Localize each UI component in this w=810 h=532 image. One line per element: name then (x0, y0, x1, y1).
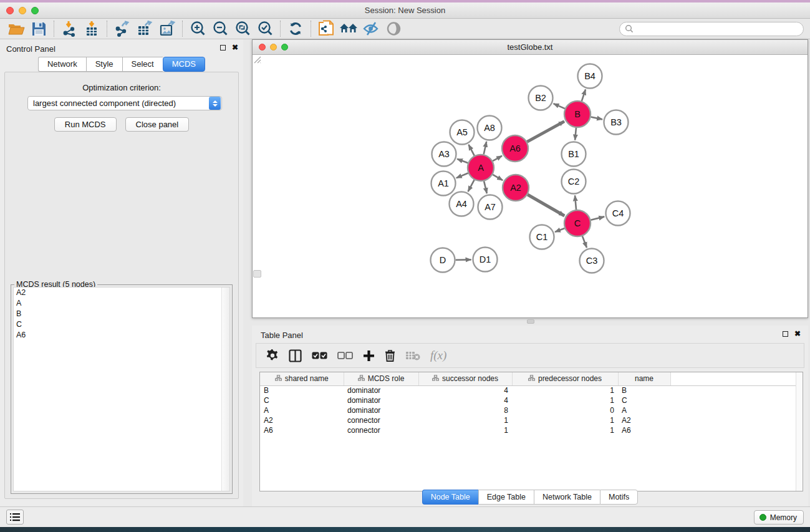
edge-A-A1[interactable] (456, 173, 468, 178)
table-row[interactable]: Cdominator41C (260, 395, 803, 405)
edge-B-B1[interactable] (575, 128, 576, 140)
edge-A-A2[interactable] (493, 175, 503, 180)
network-canvas[interactable]: AA1A2A3A4A5A6A7A8BB1B2B3B4CC1C2C3C4DD1 (253, 55, 808, 317)
tab-network-table[interactable]: Network Table (534, 490, 600, 505)
node-A6[interactable]: A6 (502, 135, 528, 162)
tab-select[interactable]: Select (122, 57, 163, 72)
edge-A6-B[interactable] (527, 122, 564, 142)
zoom-out-icon[interactable] (209, 20, 231, 37)
node-C4[interactable]: C4 (606, 201, 630, 226)
zoom-selected-icon[interactable] (254, 20, 276, 37)
node-D[interactable]: D (431, 248, 455, 273)
node-B4[interactable]: B4 (578, 64, 602, 89)
table-row[interactable]: A2connector11A2 (260, 415, 803, 425)
zoom-in-icon[interactable] (186, 20, 209, 37)
node-D1[interactable]: D1 (473, 248, 498, 272)
edge-A2-C[interactable] (528, 195, 564, 216)
table-row[interactable]: Bdominator41B (260, 385, 803, 395)
show-graphics-details-icon[interactable] (382, 20, 405, 37)
column-header-name[interactable]: name (618, 372, 670, 385)
column-header-MCDS-role[interactable]: MCDS role (344, 372, 418, 385)
zoom-fit-icon[interactable] (231, 20, 254, 37)
open-session-icon[interactable] (5, 20, 27, 37)
mcds-result-item[interactable]: A6 (14, 330, 229, 341)
table-scrollbar[interactable] (796, 372, 803, 491)
edge-A-A3[interactable] (457, 159, 468, 163)
result-scrollbar[interactable] (221, 288, 229, 491)
settings-gear-icon[interactable] (266, 349, 279, 362)
edge-C-C4[interactable] (591, 216, 604, 220)
column-header-shared-name[interactable]: shared name (260, 372, 344, 385)
tab-network[interactable]: Network (38, 57, 86, 72)
mcds-result-list[interactable]: A2ABCA6 (13, 287, 230, 491)
node-A7[interactable]: A7 (478, 195, 503, 220)
node-A4[interactable]: A4 (450, 192, 474, 216)
export-image-icon[interactable] (156, 20, 178, 37)
float-table-panel-icon[interactable] (783, 331, 788, 337)
edge-A-A7[interactable] (484, 181, 487, 193)
clear-table-icon[interactable] (405, 351, 420, 360)
edge-A-A5[interactable] (468, 145, 474, 156)
resize-grip-icon[interactable] (253, 55, 261, 64)
edge-C-C3[interactable] (582, 236, 587, 248)
mcds-result-item[interactable]: C (14, 319, 229, 330)
edge-C-C2[interactable] (575, 195, 576, 210)
network-graph[interactable]: AA1A2A3A4A5A6A7A8BB1B2B3B4CC1C2C3C4DD1 (253, 55, 808, 317)
node-A2[interactable]: A2 (503, 175, 529, 201)
import-table-icon[interactable] (80, 20, 103, 37)
mcds-result-item[interactable]: A2 (14, 288, 229, 298)
edge-B-B3[interactable] (591, 117, 602, 120)
delete-icon[interactable] (385, 349, 395, 362)
column-header-successor-nodes[interactable]: successor nodes (418, 372, 512, 385)
canvas-vertical-scrollbar[interactable] (253, 270, 261, 278)
tab-node-table[interactable]: Node Table (422, 490, 478, 505)
mcds-result-item[interactable]: A (14, 298, 229, 309)
edge-B-B2[interactable] (554, 104, 565, 109)
node-A8[interactable]: A8 (478, 116, 502, 140)
memory-button[interactable]: Memory (754, 510, 804, 525)
clone-network-icon[interactable] (315, 20, 337, 37)
column-view-icon[interactable] (289, 349, 302, 362)
edge-B-B4[interactable] (582, 89, 586, 101)
close-table-panel-icon[interactable]: ✖ (794, 331, 801, 337)
table-row[interactable]: Adominator80A (260, 405, 803, 415)
tab-edge-table[interactable]: Edge Table (478, 490, 534, 505)
select-all-icon[interactable] (312, 352, 327, 360)
search-box[interactable] (619, 22, 804, 36)
close-panel-button[interactable]: Close panel (125, 117, 190, 132)
mcds-result-item[interactable]: B (14, 309, 229, 319)
search-input[interactable] (637, 24, 798, 33)
criterion-select[interactable]: largest connected component (directed) (27, 96, 222, 110)
tab-mcds[interactable]: MCDS (163, 57, 205, 72)
node-C2[interactable]: C2 (562, 170, 586, 194)
edge-A-A6[interactable] (493, 156, 502, 161)
function-builder-icon[interactable]: f(x) (430, 349, 446, 362)
column-header-predecessor-nodes[interactable]: predecessor nodes (512, 372, 618, 385)
edge-A-A8[interactable] (484, 142, 486, 155)
node-C3[interactable]: C3 (580, 249, 604, 273)
node-B3[interactable]: B3 (604, 110, 629, 135)
add-icon[interactable] (363, 350, 375, 362)
node-A[interactable]: A (468, 155, 494, 181)
table-row[interactable]: A6connector11A6 (260, 425, 803, 435)
edge-C-C1[interactable] (555, 228, 564, 232)
network-window-titlebar[interactable]: testGlobe.txt (253, 40, 808, 55)
task-history-button[interactable] (6, 510, 24, 525)
node-A1[interactable]: A1 (432, 172, 456, 196)
deselect-all-icon[interactable] (337, 352, 353, 360)
node-A3[interactable]: A3 (432, 142, 456, 167)
node-C1[interactable]: C1 (530, 225, 554, 249)
import-network-icon[interactable] (58, 20, 80, 37)
tab-motifs[interactable]: Motifs (600, 490, 638, 505)
hide-graphics-details-icon[interactable] (360, 20, 382, 37)
float-panel-icon[interactable] (220, 45, 226, 51)
canvas-horizontal-scrollbar[interactable] (527, 319, 534, 324)
node-table[interactable]: shared nameMCDS rolesuccessor nodesprede… (259, 372, 803, 491)
node-B[interactable]: B (564, 101, 591, 127)
node-B1[interactable]: B1 (562, 142, 586, 167)
save-session-icon[interactable] (27, 20, 50, 37)
export-table-icon[interactable] (133, 20, 156, 37)
home-icon[interactable] (337, 20, 360, 37)
node-A5[interactable]: A5 (450, 120, 475, 145)
close-panel-icon[interactable]: ✖ (232, 44, 238, 51)
